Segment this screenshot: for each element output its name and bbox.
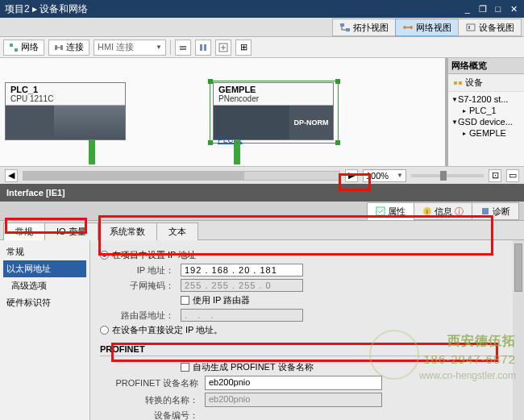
device-column-header[interactable]: 设备	[448, 74, 524, 92]
device-icon	[465, 23, 476, 32]
svg-rect-16	[459, 81, 462, 85]
properties-icon	[376, 206, 385, 216]
svg-rect-9	[60, 45, 63, 50]
tree-gsd-node[interactable]: ▼GSD device...	[451, 116, 521, 127]
converted-name-label: 转换的名称：	[100, 394, 205, 406]
tool-icon-2[interactable]	[195, 40, 211, 56]
radio-ip-from-device-row[interactable]: 在设备中直接设定 IP 地址。	[100, 324, 514, 336]
svg-text:i: i	[426, 208, 428, 215]
svg-rect-6	[10, 44, 13, 47]
close-icon[interactable]: ✕	[508, 4, 519, 14]
tab-info[interactable]: i 信息 ⓘ	[414, 202, 472, 220]
nav-general[interactable]: 常规	[3, 243, 86, 260]
tab-network-view[interactable]: 网络视图	[395, 19, 459, 36]
zoom-fit-icon[interactable]: ▭	[506, 169, 519, 182]
nav-advanced[interactable]: 高级选项	[3, 277, 86, 294]
nav-hw-id[interactable]: 硬件标识符	[3, 294, 86, 311]
zoom-tool-icon[interactable]: ⊡	[489, 169, 501, 182]
hmi-connection-dropdown[interactable]: HMI 连接 ▼	[94, 40, 166, 56]
connect-button[interactable]: 连接	[48, 40, 89, 56]
detail-tab-bar: 属性 i 信息 ⓘ 诊断	[0, 202, 524, 221]
tab-io-vars[interactable]: IO 变量	[44, 222, 98, 240]
svg-rect-1	[346, 28, 350, 31]
use-router-checkbox[interactable]	[181, 296, 189, 305]
svg-rect-4	[467, 24, 475, 31]
tab-text[interactable]: 文本	[156, 222, 198, 240]
device-plc-body	[6, 106, 125, 139]
device-number-label: 设备编号：	[100, 410, 205, 420]
scroll-right-icon[interactable]: ▶	[345, 169, 358, 182]
svg-rect-12	[200, 44, 202, 51]
svg-rect-17	[376, 207, 385, 215]
window-title: 项目2 ▸ 设备和网络	[5, 2, 460, 16]
maximize-icon[interactable]: □	[493, 4, 504, 14]
content-tab-bar: 常规 IO 变量 系统常数 文本	[0, 221, 524, 240]
device-plc-header: PLC_1 CPU 1211C	[6, 83, 125, 106]
network-canvas[interactable]: PLC_1 CPU 1211C GEMPLE PNencoder DP-NORM…	[0, 58, 445, 166]
device-plc[interactable]: PLC_1 CPU 1211C	[5, 82, 126, 140]
zoom-field[interactable]: 100%▼	[363, 169, 406, 182]
ip-address-label: IP 地址：	[100, 264, 181, 277]
network-icon	[402, 23, 414, 32]
zoom-slider[interactable]	[411, 174, 484, 177]
window-controls: _ ❐ □ ✕	[460, 4, 519, 14]
zoom-thumb[interactable]	[440, 171, 447, 181]
tab-properties[interactable]: 属性	[367, 202, 414, 220]
radio-ip-in-project-row[interactable]: 在项目中设置 IP 地址	[100, 249, 514, 261]
network-button[interactable]: 网络	[3, 40, 44, 56]
v-scrollbar[interactable]	[513, 240, 524, 420]
device-tree: ▼S7-1200 st... ▸PLC_1 ▼GSD device... ▸GE…	[448, 92, 524, 140]
property-main: 在项目中设置 IP 地址 IP 地址： 192 . 168 . 20 . 181…	[90, 240, 524, 420]
tree-s7-node[interactable]: ▼S7-1200 st...	[451, 94, 521, 105]
auto-name-row[interactable]: 自动生成 PROFINET 设备名称	[100, 361, 514, 373]
restore-icon[interactable]: ❐	[477, 4, 489, 14]
tab-device-view[interactable]: 设备视图	[458, 19, 522, 36]
nav-ethernet-address[interactable]: 以太网地址	[3, 260, 86, 277]
use-router-row[interactable]: 使用 IP 路由器	[100, 294, 514, 306]
separator	[170, 40, 171, 55]
main-area: PLC_1 CPU 1211C GEMPLE PNencoder DP-NORM…	[0, 58, 524, 166]
converted-name-field: eb200pnio	[205, 393, 382, 407]
svg-rect-0	[340, 23, 344, 27]
net-icon	[9, 43, 19, 52]
device-name-field[interactable]: eb200pnio	[205, 376, 382, 390]
svg-rect-8	[55, 45, 57, 50]
interface-header: Interface [IE1]	[0, 184, 524, 202]
minimize-icon[interactable]: _	[462, 4, 473, 14]
window-titlebar: 项目2 ▸ 设备和网络 _ ❐ □ ✕	[0, 0, 524, 18]
connect-icon	[54, 43, 64, 52]
scroll-left-icon[interactable]: ◀	[5, 169, 18, 182]
port-encoder[interactable]	[234, 140, 240, 164]
diagnostics-icon	[480, 206, 490, 216]
layout-icon[interactable]: ⊞	[235, 40, 252, 56]
view-tab-bar: 拓扑视图 网络视图 设备视图	[0, 18, 524, 37]
svg-rect-10	[180, 46, 186, 48]
port-plc[interactable]	[89, 140, 95, 164]
tree-gemple-node[interactable]: ▸GEMPLE	[451, 127, 521, 139]
radio-ip-in-project[interactable]	[100, 251, 109, 260]
device-name-label: PROFINET 设备名称	[100, 377, 205, 389]
subnet-mask-label: 子网掩码：	[100, 280, 181, 292]
svg-rect-11	[180, 48, 186, 50]
property-body: 常规 以太网地址 高级选项 硬件标识符 在项目中设置 IP 地址 IP 地址： …	[0, 240, 524, 420]
tree-plc1-node[interactable]: ▸PLC_1	[451, 105, 521, 116]
svg-rect-13	[204, 44, 206, 51]
svg-point-2	[403, 26, 406, 29]
tab-general[interactable]: 常规	[3, 222, 45, 240]
profinet-header: PROFINET	[100, 344, 514, 356]
subnet-mask-field: 255 . 255 . 255 . 0	[181, 279, 303, 292]
tab-diagnostics[interactable]: 诊断	[472, 202, 519, 220]
h-scrollbar[interactable]	[23, 171, 340, 181]
scrollbar-thumb[interactable]	[514, 243, 522, 292]
svg-point-3	[410, 26, 413, 29]
router-address-field: . . .	[181, 309, 303, 322]
network-toolbar: 网络 连接 HMI 连接 ▼ ⊞	[0, 37, 524, 58]
tab-topology-view[interactable]: 拓扑视图	[332, 19, 396, 36]
tab-sys-const[interactable]: 系统常数	[98, 222, 157, 240]
svg-rect-7	[15, 48, 18, 52]
auto-name-checkbox[interactable]	[181, 363, 189, 372]
ip-address-field[interactable]: 192 . 168 . 20 . 181	[181, 264, 303, 277]
radio-ip-from-device[interactable]	[100, 326, 109, 335]
tool-icon-1[interactable]	[175, 40, 191, 56]
zoom-fit-icon[interactable]	[215, 40, 231, 56]
